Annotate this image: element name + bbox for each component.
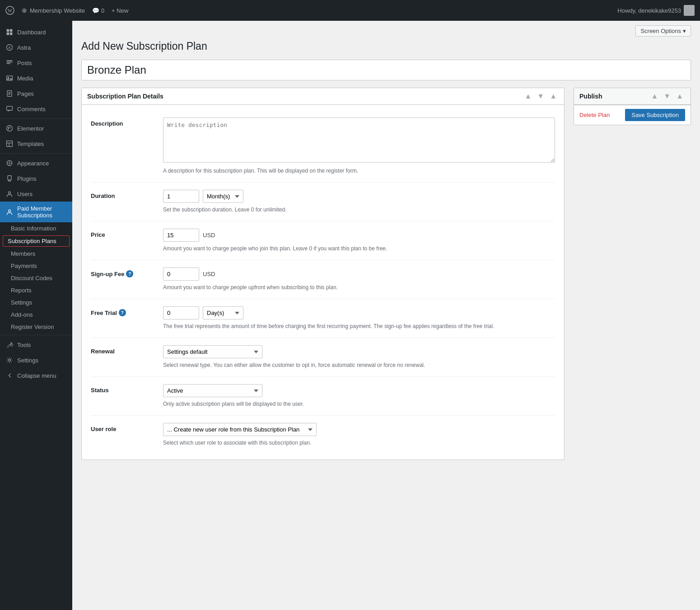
free-trial-input[interactable]: [163, 306, 199, 319]
collapse-icon: [5, 371, 14, 380]
sidebar-item-plugins[interactable]: Plugins: [0, 171, 72, 186]
sidebar-item-pages[interactable]: Pages: [0, 86, 72, 101]
signup-fee-help-icon[interactable]: ?: [126, 270, 133, 277]
delete-plan-link[interactable]: Delete Plan: [579, 112, 610, 118]
signup-fee-currency: USD: [203, 271, 215, 277]
field-status: Active Inactive Only active subscription…: [163, 384, 555, 408]
sidebar-item-settings[interactable]: Settings: [0, 352, 72, 368]
sidebar-label-appearance: Appearance: [17, 160, 49, 167]
metabox-collapse-down-btn[interactable]: ▼: [535, 92, 546, 101]
label-user-role: User role: [91, 423, 154, 432]
wp-logo[interactable]: W: [5, 6, 14, 15]
sidebar-item-paid-member[interactable]: Paid Member Subscriptions: [0, 202, 72, 222]
page-title: Add New Subscription Plan: [81, 40, 691, 52]
duration-unit-select[interactable]: Day(s) Month(s) Year(s): [203, 190, 243, 203]
sidebar-sub-settings[interactable]: Settings: [0, 296, 72, 309]
form-row-signup-fee: Sign-up Fee ? USD Amount you want to cha…: [91, 260, 555, 299]
field-free-trial: Day(s) Week(s) Month(s) The free trial r…: [163, 306, 555, 330]
field-user-role: ... Create new user role from this Subsc…: [163, 423, 555, 447]
svg-point-28: [9, 359, 11, 361]
sidebar-sub-register-version[interactable]: Register Version: [0, 321, 72, 333]
astra-icon: A: [5, 43, 14, 52]
sidebar-item-comments[interactable]: Comments: [0, 101, 72, 117]
form-row-price: Price USD Amount you want to charge peop…: [91, 221, 555, 260]
comments-link[interactable]: 💬 0: [92, 7, 104, 14]
howdy-section[interactable]: Howdy, denekikake9253: [617, 5, 695, 16]
save-subscription-button[interactable]: Save Subscription: [625, 109, 685, 121]
publish-collapse-up-btn[interactable]: ▲: [649, 92, 660, 101]
screen-options-button[interactable]: Screen Options ▾: [635, 25, 691, 37]
form-row-duration: Duration Day(s) Month(s) Year(s): [91, 183, 555, 221]
sidebar-item-users[interactable]: Users: [0, 186, 72, 202]
sidebar-item-appearance[interactable]: Appearance: [0, 155, 72, 171]
dashboard-icon: [5, 28, 14, 36]
signup-fee-input[interactable]: [163, 267, 199, 281]
field-signup-fee: USD Amount you want to charge people upf…: [163, 267, 555, 291]
svg-point-26: [9, 192, 11, 194]
signup-fee-help: Amount you want to charge people upfront…: [163, 283, 555, 291]
sidebar-item-posts[interactable]: Posts: [0, 55, 72, 70]
chevron-down-icon: ▾: [683, 28, 686, 34]
label-price: Price: [91, 229, 154, 238]
sidebar-sub-label-subscription-plans: Subscription Plans: [8, 238, 56, 244]
field-renewal: Settings default Allow customer opt-in F…: [163, 345, 555, 369]
sidebar-sub-add-ons[interactable]: Add-ons: [0, 309, 72, 321]
duration-number-input[interactable]: [163, 190, 199, 203]
svg-rect-17: [7, 106, 13, 110]
settings-icon: [5, 356, 14, 364]
sidebar-sub-payments[interactable]: Payments: [0, 260, 72, 272]
sidebar-label-comments: Comments: [17, 106, 46, 113]
free-trial-unit-select[interactable]: Day(s) Week(s) Month(s): [203, 306, 243, 319]
price-input[interactable]: [163, 229, 199, 242]
status-select[interactable]: Active Inactive: [163, 384, 262, 397]
sidebar-item-tools[interactable]: Tools: [0, 337, 72, 352]
field-description: A description for this subscription plan…: [163, 117, 555, 175]
form-row-description: Description A description for this subsc…: [91, 110, 555, 183]
description-textarea[interactable]: [163, 117, 555, 163]
plan-name-input[interactable]: [82, 60, 691, 80]
media-icon: [5, 74, 14, 82]
sidebar-item-astra[interactable]: A Astra: [0, 40, 72, 55]
sidebar-sub-reports[interactable]: Reports: [0, 284, 72, 296]
metabox-header: Subscription Plan Details ▲ ▼ ▲: [82, 88, 564, 105]
comments-sidebar-icon: [5, 105, 14, 113]
sidebar-sub-basic-info[interactable]: Basic Information: [0, 222, 72, 235]
svg-rect-21: [7, 141, 13, 147]
admin-bar: W ⊕ Membership Website 💬 0 + New Howdy, …: [0, 0, 700, 21]
metabox-collapse-up-btn[interactable]: ▲: [523, 92, 533, 101]
sidebar-label-users: Users: [17, 191, 33, 197]
site-name-label: Membership Website: [30, 7, 85, 14]
screen-options-label: Screen Options: [640, 28, 681, 34]
metabox-close-btn[interactable]: ▲: [548, 92, 559, 101]
sidebar-sub-label-basic-info: Basic Information: [11, 225, 56, 232]
sidebar-item-media[interactable]: Media: [0, 70, 72, 86]
site-name[interactable]: ⊕ Membership Website: [22, 7, 85, 14]
sidebar-item-elementor[interactable]: Elementor: [0, 121, 72, 136]
howdy-text: Howdy, denekikake9253: [617, 7, 681, 14]
user-role-select[interactable]: ... Create new user role from this Subsc…: [163, 423, 317, 436]
sidebar-item-collapse[interactable]: Collapse menu: [0, 368, 72, 383]
sidebar-item-templates[interactable]: Templates: [0, 136, 72, 151]
appearance-icon: [5, 159, 14, 167]
status-help: Only active subscription plans will be d…: [163, 400, 555, 408]
sidebar-sub-discount-codes[interactable]: Discount Codes: [0, 272, 72, 284]
sidebar-label-templates: Templates: [17, 141, 44, 147]
plan-name-wrapper: [81, 60, 691, 80]
form-row-renewal: Renewal Settings default Allow customer …: [91, 338, 555, 377]
publish-close-btn[interactable]: ▲: [674, 92, 685, 101]
person-icon: ⊕: [22, 7, 27, 14]
sidebar-sub-subscription-plans[interactable]: Subscription Plans: [3, 235, 70, 247]
sidebar-sub-members[interactable]: Members: [0, 248, 72, 260]
free-trial-help-icon[interactable]: ?: [119, 309, 126, 316]
sidebar-item-dashboard[interactable]: Dashboard: [0, 24, 72, 40]
form-row-free-trial: Free Trial ? Day(s) Week(s) Month(s): [91, 299, 555, 338]
publish-metabox: Publish ▲ ▼ ▲ Delete Plan Save Subscript…: [574, 88, 691, 125]
publish-actions: Delete Plan Save Subscription: [574, 105, 691, 125]
label-duration: Duration: [91, 190, 154, 199]
new-link[interactable]: + New: [112, 7, 128, 14]
renewal-select[interactable]: Settings default Allow customer opt-in F…: [163, 345, 262, 358]
svg-rect-8: [7, 60, 13, 61]
price-help: Amount you want to charge people who joi…: [163, 244, 555, 253]
publish-collapse-down-btn[interactable]: ▼: [662, 92, 672, 101]
user-role-help: Select which user role to associate with…: [163, 439, 555, 447]
